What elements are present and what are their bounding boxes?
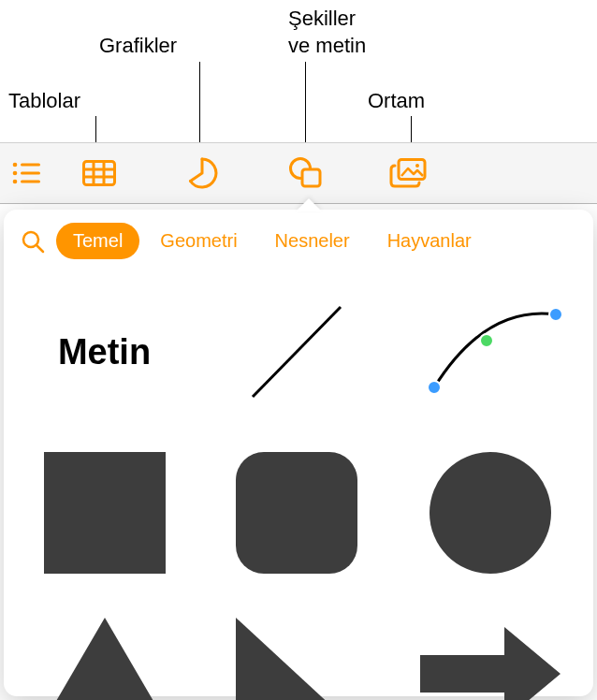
svg-rect-6 [84,162,115,185]
svg-rect-22 [236,452,357,574]
svg-point-14 [415,164,419,168]
shape-square[interactable] [32,452,177,574]
search-icon[interactable] [15,224,51,259]
svg-marker-26 [420,627,561,700]
category-tabs: Temel Geometri Nesneler Hayvanlar [56,223,582,259]
svg-line-17 [253,307,341,397]
callout-line [199,62,200,144]
svg-point-18 [428,381,441,394]
svg-point-0 [13,163,18,168]
callout-sekiller-line2: ve metin [288,34,366,58]
callout-line [411,116,412,144]
svg-point-4 [13,180,18,184]
tab-nesneler[interactable]: Nesneler [258,223,367,259]
table-icon[interactable] [80,154,118,192]
callout-line [95,116,96,144]
shape-text[interactable]: Metin [32,291,177,413]
shape-rounded-square[interactable] [224,452,369,574]
svg-marker-24 [39,618,170,700]
list-icon[interactable] [7,154,45,192]
shapes-grid: Metin [4,272,593,700]
shape-triangle[interactable] [32,613,177,700]
shape-text-label: Metin [58,332,151,372]
svg-point-2 [13,171,18,176]
callout-line [305,62,306,144]
callout-tablolar: Tablolar [8,89,80,113]
tab-geometri[interactable]: Geometri [143,223,254,259]
shapes-popover: Temel Geometri Nesneler Hayvanlar Metin [4,210,593,696]
tab-temel[interactable]: Temel [56,223,139,259]
media-icon[interactable] [389,154,427,192]
svg-line-16 [36,245,43,252]
shapes-icon[interactable] [286,154,324,192]
tab-hayvanlar[interactable]: Hayvanlar [371,223,488,259]
chart-icon[interactable] [183,154,221,192]
shape-circle[interactable] [415,452,565,574]
toolbar [0,142,597,204]
svg-rect-12 [302,169,320,186]
svg-rect-5 [21,181,40,183]
svg-rect-3 [21,172,40,175]
svg-rect-1 [21,164,40,167]
callout-sekiller-line1: Şekiller [288,7,356,31]
shape-arrow[interactable] [415,613,565,700]
svg-point-20 [549,308,562,321]
popover-arrow [296,198,322,211]
callout-grafikler: Grafikler [99,34,177,58]
shape-curve[interactable] [415,291,565,413]
svg-point-19 [480,334,493,347]
shape-right-triangle[interactable] [224,613,369,700]
svg-marker-25 [236,618,357,700]
svg-rect-21 [44,452,166,574]
callout-ortam: Ortam [368,89,425,113]
svg-point-23 [430,452,551,574]
shape-line[interactable] [224,291,369,413]
popover-header: Temel Geometri Nesneler Hayvanlar [4,210,593,272]
